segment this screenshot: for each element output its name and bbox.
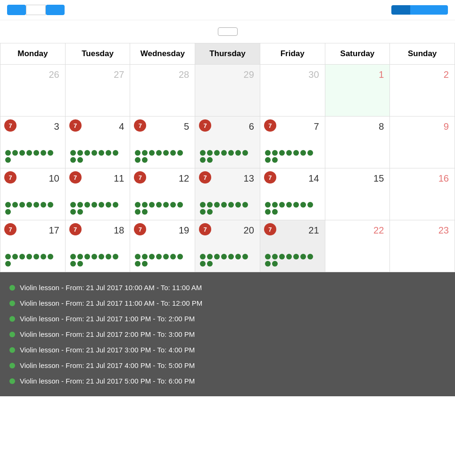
calendar-day-12[interactable]: 712 [130, 168, 195, 220]
event-dot [142, 202, 148, 208]
event-dot [265, 209, 271, 215]
event-dot [99, 254, 104, 259]
next-button[interactable] [46, 5, 65, 15]
event-dot [41, 254, 46, 259]
calendar-day-27[interactable]: 27 [66, 65, 131, 117]
event-dot [26, 202, 32, 208]
week-view-button[interactable] [410, 5, 429, 15]
event-dot [5, 157, 11, 163]
event-dot [33, 150, 39, 156]
event-dot [12, 254, 18, 259]
calendar-day-11[interactable]: 711 [66, 168, 131, 220]
event-dot [142, 150, 148, 156]
calendar-day-20[interactable]: 720 [195, 220, 260, 272]
event-text: Violin lesson - From: 21 Jul 2017 4:00 P… [20, 361, 195, 369]
previous-button[interactable] [7, 5, 26, 15]
event-dot [214, 254, 220, 259]
event-dot [12, 202, 18, 208]
calendar-day-10[interactable]: 710 [0, 168, 66, 220]
event-dot [135, 261, 141, 267]
event-dot [135, 254, 141, 259]
list-item[interactable]: Violin lesson - From: 21 Jul 2017 2:00 P… [9, 326, 446, 342]
event-badge: 7 [264, 119, 276, 132]
event-dot [33, 254, 39, 259]
event-dot [149, 150, 155, 156]
calendar-day-22[interactable]: 22 [325, 220, 390, 272]
calendar-day-13[interactable]: 713 [195, 168, 260, 220]
calendar-day-8[interactable]: 8 [325, 117, 390, 168]
list-item[interactable]: Violin lesson - From: 21 Jul 2017 4:00 P… [9, 358, 446, 373]
event-dot [293, 202, 299, 208]
calendar-day-16[interactable]: 16 [390, 168, 455, 220]
calendar-day-23[interactable]: 23 [390, 220, 455, 272]
calendar-day-21[interactable]: 721 [260, 220, 325, 272]
event-dot [272, 209, 278, 215]
event-dot [228, 202, 234, 208]
event-dot [265, 254, 271, 259]
event-dot [91, 150, 97, 156]
event-dots [199, 200, 256, 217]
calendar-day-28[interactable]: 28 [130, 65, 195, 117]
list-item[interactable]: Violin lesson - From: 21 Jul 2017 3:00 P… [9, 342, 446, 358]
event-dot [221, 150, 227, 156]
day-view-button[interactable] [429, 5, 448, 15]
calendar-day-29[interactable]: 29 [195, 65, 260, 117]
calendar-day-9[interactable]: 9 [390, 117, 455, 168]
event-dot [242, 202, 248, 208]
event-dot [207, 254, 213, 259]
calendar-day-26[interactable]: 26 [0, 65, 66, 117]
calendar-header-tuesday: Tuesday [66, 43, 131, 65]
filter-dropdown[interactable] [218, 27, 238, 36]
event-dot [19, 150, 25, 156]
calendar-day-3[interactable]: 73 [0, 117, 66, 168]
event-badge: 7 [264, 171, 276, 184]
event-dot [272, 202, 278, 208]
event-dot [77, 150, 83, 156]
event-dot [135, 157, 141, 163]
event-dot [207, 150, 213, 156]
event-dot [235, 202, 241, 208]
event-dot [77, 157, 83, 163]
calendar-day-18[interactable]: 718 [66, 220, 131, 272]
calendar-day-5[interactable]: 75 [130, 117, 195, 168]
event-dot [207, 202, 213, 208]
event-dots [134, 148, 191, 165]
event-dot [113, 202, 118, 208]
event-dot [272, 261, 278, 267]
event-dot [177, 150, 183, 156]
event-dot [307, 254, 313, 259]
list-item[interactable]: Violin lesson - From: 21 Jul 2017 5:00 P… [9, 373, 446, 389]
calendar-day-17[interactable]: 717 [0, 220, 66, 272]
event-dot [142, 261, 148, 267]
event-badge: 7 [264, 223, 276, 235]
day-number: 23 [394, 223, 451, 238]
calendar-header: MondayTuesdayWednesdayThursdayFridaySatu… [0, 43, 455, 65]
event-dot [19, 202, 25, 208]
list-item[interactable]: Violin lesson - From: 21 Jul 2017 11:00 … [9, 295, 446, 311]
calendar-day-4[interactable]: 74 [66, 117, 131, 168]
calendar-day-2[interactable]: 2 [390, 65, 455, 117]
event-dot [200, 254, 206, 259]
nav-left [7, 5, 65, 15]
day-number: 29 [199, 67, 256, 82]
calendar-day-1[interactable]: 1 [325, 65, 390, 117]
filter-bar [0, 20, 455, 43]
list-item[interactable]: Violin lesson - From: 21 Jul 2017 10:00 … [9, 280, 446, 295]
calendar-day-6[interactable]: 76 [195, 117, 260, 168]
event-dot [279, 150, 285, 156]
calendar-day-19[interactable]: 719 [130, 220, 195, 272]
calendar-day-15[interactable]: 15 [325, 168, 390, 220]
event-dot [272, 150, 278, 156]
event-dot [163, 254, 169, 259]
event-dot [307, 150, 313, 156]
event-dots [199, 252, 256, 268]
calendar-day-30[interactable]: 30 [260, 65, 325, 117]
list-item[interactable]: Violin lesson - From: 21 Jul 2017 1:00 P… [9, 311, 446, 326]
event-dots [69, 200, 126, 217]
event-dot [48, 254, 53, 259]
calendar-day-7[interactable]: 77 [260, 117, 325, 168]
calendar-day-14[interactable]: 714 [260, 168, 325, 220]
today-button[interactable] [26, 5, 46, 15]
month-view-button[interactable] [391, 5, 410, 15]
event-dot [214, 150, 220, 156]
